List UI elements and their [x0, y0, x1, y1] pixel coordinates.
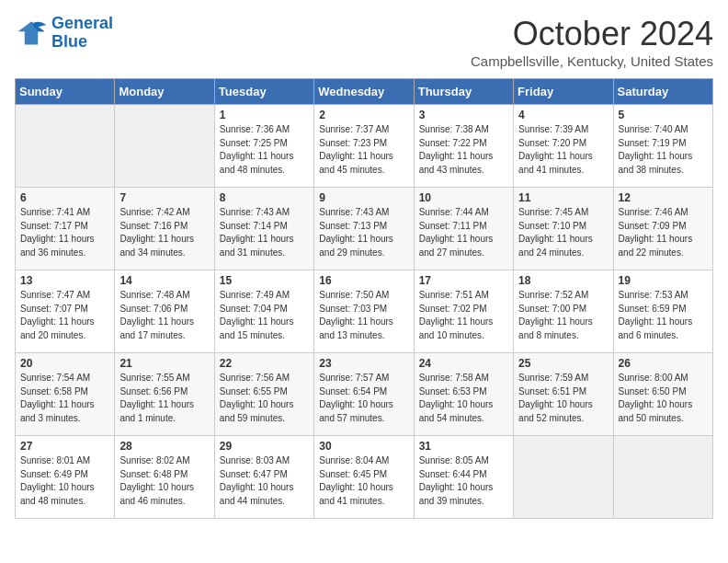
day-number: 1: [220, 109, 309, 121]
calendar-header-row: Sunday Monday Tuesday Wednesday Thursday…: [16, 79, 713, 105]
day-info: Sunrise: 7:47 AMSunset: 7:07 PMDaylight:…: [20, 289, 109, 342]
day-number: 16: [319, 274, 408, 287]
table-row: 22Sunrise: 7:56 AMSunset: 6:55 PMDayligh…: [214, 353, 313, 436]
day-number: 19: [619, 274, 708, 287]
table-row: 20Sunrise: 7:54 AMSunset: 6:58 PMDayligh…: [16, 353, 115, 436]
calendar-week-row: 1Sunrise: 7:36 AMSunset: 7:25 PMDaylight…: [16, 105, 713, 188]
day-number: 14: [119, 274, 209, 287]
day-number: 8: [220, 191, 309, 204]
table-row: 2Sunrise: 7:37 AMSunset: 7:23 PMDaylight…: [314, 105, 414, 188]
header-saturday: Saturday: [613, 79, 712, 105]
calendar-week-row: 6Sunrise: 7:41 AMSunset: 7:17 PMDaylight…: [16, 188, 713, 270]
table-row: 27Sunrise: 8:01 AMSunset: 6:49 PMDayligh…: [16, 436, 115, 519]
day-info: Sunrise: 7:59 AMSunset: 6:51 PMDaylight:…: [518, 372, 608, 425]
month-title: October 2024: [471, 15, 713, 53]
day-number: 4: [518, 109, 608, 121]
day-info: Sunrise: 7:38 AMSunset: 7:22 PMDaylight:…: [419, 123, 508, 177]
day-number: 28: [119, 440, 209, 453]
day-number: 27: [20, 440, 109, 453]
day-number: 24: [419, 357, 508, 370]
calendar-table: Sunday Monday Tuesday Wednesday Thursday…: [15, 78, 713, 519]
day-number: 15: [220, 274, 309, 287]
day-info: Sunrise: 7:41 AMSunset: 7:17 PMDaylight:…: [20, 206, 109, 259]
day-info: Sunrise: 7:57 AMSunset: 6:54 PMDaylight:…: [319, 372, 408, 425]
day-info: Sunrise: 7:37 AMSunset: 7:23 PMDaylight:…: [319, 123, 408, 177]
day-info: Sunrise: 8:05 AMSunset: 6:44 PMDaylight:…: [419, 454, 508, 508]
day-info: Sunrise: 7:44 AMSunset: 7:11 PMDaylight:…: [419, 206, 508, 259]
header-wednesday: Wednesday: [314, 79, 414, 105]
table-row: 4Sunrise: 7:39 AMSunset: 7:20 PMDaylight…: [514, 105, 613, 188]
table-row: 8Sunrise: 7:43 AMSunset: 7:14 PMDaylight…: [214, 188, 313, 270]
header-monday: Monday: [115, 79, 214, 105]
calendar-week-row: 27Sunrise: 8:01 AMSunset: 6:49 PMDayligh…: [16, 436, 713, 519]
day-number: 13: [20, 274, 109, 287]
title-block: October 2024 Campbellsville, Kentucky, U…: [471, 15, 713, 69]
day-number: 17: [419, 274, 508, 287]
day-info: Sunrise: 7:45 AMSunset: 7:10 PMDaylight:…: [518, 206, 608, 259]
logo-icon: [15, 17, 48, 50]
day-info: Sunrise: 8:03 AMSunset: 6:47 PMDaylight:…: [220, 454, 309, 508]
table-row: 13Sunrise: 7:47 AMSunset: 7:07 PMDayligh…: [16, 270, 115, 353]
day-number: 11: [518, 191, 608, 204]
day-info: Sunrise: 7:46 AMSunset: 7:09 PMDaylight:…: [619, 206, 708, 259]
table-row: 26Sunrise: 8:00 AMSunset: 6:50 PMDayligh…: [613, 353, 712, 436]
day-number: 31: [419, 440, 508, 453]
table-row: 25Sunrise: 7:59 AMSunset: 6:51 PMDayligh…: [514, 353, 613, 436]
day-info: Sunrise: 7:56 AMSunset: 6:55 PMDaylight:…: [220, 372, 309, 425]
header-thursday: Thursday: [414, 79, 513, 105]
day-info: Sunrise: 7:54 AMSunset: 6:58 PMDaylight:…: [20, 372, 109, 425]
logo: General Blue: [15, 15, 113, 52]
table-row: 10Sunrise: 7:44 AMSunset: 7:11 PMDayligh…: [414, 188, 513, 270]
table-row: [16, 105, 115, 188]
day-info: Sunrise: 7:50 AMSunset: 7:03 PMDaylight:…: [319, 289, 408, 342]
day-info: Sunrise: 7:49 AMSunset: 7:04 PMDaylight:…: [220, 289, 309, 342]
day-number: 29: [220, 440, 309, 453]
table-row: 17Sunrise: 7:51 AMSunset: 7:02 PMDayligh…: [414, 270, 513, 353]
day-info: Sunrise: 8:02 AMSunset: 6:48 PMDaylight:…: [119, 454, 209, 508]
table-row: 18Sunrise: 7:52 AMSunset: 7:00 PMDayligh…: [514, 270, 613, 353]
table-row: [115, 105, 214, 188]
table-row: 9Sunrise: 7:43 AMSunset: 7:13 PMDaylight…: [314, 188, 414, 270]
table-row: 24Sunrise: 7:58 AMSunset: 6:53 PMDayligh…: [414, 353, 513, 436]
day-number: 26: [619, 357, 708, 370]
header-friday: Friday: [514, 79, 613, 105]
day-info: Sunrise: 8:04 AMSunset: 6:45 PMDaylight:…: [319, 454, 408, 508]
table-row: 29Sunrise: 8:03 AMSunset: 6:47 PMDayligh…: [214, 436, 313, 519]
calendar-week-row: 13Sunrise: 7:47 AMSunset: 7:07 PMDayligh…: [16, 270, 713, 353]
day-number: 25: [518, 357, 608, 370]
table-row: [613, 436, 712, 519]
day-number: 7: [119, 191, 209, 204]
table-row: 23Sunrise: 7:57 AMSunset: 6:54 PMDayligh…: [314, 353, 414, 436]
day-number: 6: [20, 191, 109, 204]
logo-text: General Blue: [51, 15, 113, 52]
table-row: 16Sunrise: 7:50 AMSunset: 7:03 PMDayligh…: [314, 270, 414, 353]
day-info: Sunrise: 7:52 AMSunset: 7:00 PMDaylight:…: [518, 289, 608, 342]
day-number: 5: [619, 109, 708, 121]
day-info: Sunrise: 7:39 AMSunset: 7:20 PMDaylight:…: [518, 123, 608, 177]
day-number: 3: [419, 109, 508, 121]
day-info: Sunrise: 7:51 AMSunset: 7:02 PMDaylight:…: [419, 289, 508, 342]
table-row: 6Sunrise: 7:41 AMSunset: 7:17 PMDaylight…: [16, 188, 115, 270]
table-row: 5Sunrise: 7:40 AMSunset: 7:19 PMDaylight…: [613, 105, 712, 188]
day-number: 30: [319, 440, 408, 453]
day-info: Sunrise: 7:48 AMSunset: 7:06 PMDaylight:…: [119, 289, 209, 342]
table-row: 19Sunrise: 7:53 AMSunset: 6:59 PMDayligh…: [613, 270, 712, 353]
table-row: 11Sunrise: 7:45 AMSunset: 7:10 PMDayligh…: [514, 188, 613, 270]
table-row: 28Sunrise: 8:02 AMSunset: 6:48 PMDayligh…: [115, 436, 214, 519]
day-number: 22: [220, 357, 309, 370]
table-row: 30Sunrise: 8:04 AMSunset: 6:45 PMDayligh…: [314, 436, 414, 519]
table-row: 12Sunrise: 7:46 AMSunset: 7:09 PMDayligh…: [613, 188, 712, 270]
table-row: 31Sunrise: 8:05 AMSunset: 6:44 PMDayligh…: [414, 436, 513, 519]
header-sunday: Sunday: [16, 79, 115, 105]
table-row: 3Sunrise: 7:38 AMSunset: 7:22 PMDaylight…: [414, 105, 513, 188]
table-row: 21Sunrise: 7:55 AMSunset: 6:56 PMDayligh…: [115, 353, 214, 436]
day-info: Sunrise: 7:53 AMSunset: 6:59 PMDaylight:…: [619, 289, 708, 342]
table-row: 7Sunrise: 7:42 AMSunset: 7:16 PMDaylight…: [115, 188, 214, 270]
table-row: 1Sunrise: 7:36 AMSunset: 7:25 PMDaylight…: [214, 105, 313, 188]
day-number: 20: [20, 357, 109, 370]
day-number: 12: [619, 191, 708, 204]
day-info: Sunrise: 7:58 AMSunset: 6:53 PMDaylight:…: [419, 372, 508, 425]
day-info: Sunrise: 7:36 AMSunset: 7:25 PMDaylight:…: [220, 123, 309, 177]
day-number: 9: [319, 191, 408, 204]
table-row: 14Sunrise: 7:48 AMSunset: 7:06 PMDayligh…: [115, 270, 214, 353]
